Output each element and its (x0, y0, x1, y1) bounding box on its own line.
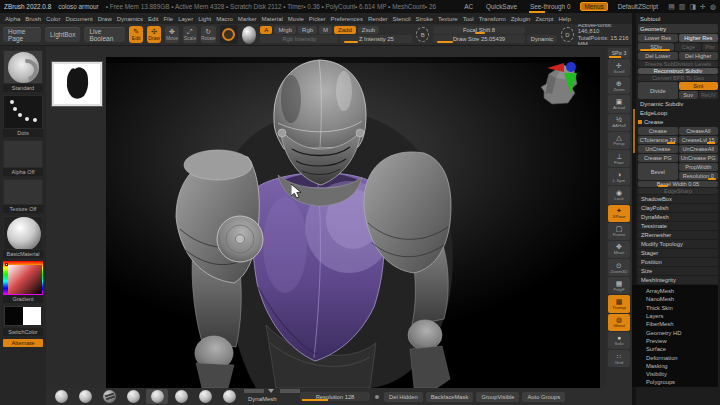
titlebar-icon[interactable]: ✛ (700, 3, 706, 11)
lower-res-button[interactable]: Lower Res (638, 34, 678, 42)
brush-thumb-slot[interactable] (122, 389, 144, 404)
right-shelf-button[interactable]: ⊥ Floor (608, 150, 630, 167)
crease-control-right[interactable]: CreaseAll (679, 127, 719, 135)
menu-item[interactable]: File (163, 16, 173, 22)
collapsed-palette-header[interactable]: Thick Skin (638, 304, 718, 312)
brush-b-icon[interactable]: B (416, 27, 429, 42)
texture-selector[interactable]: Texture Off (3, 179, 43, 213)
a-button[interactable]: A (260, 26, 272, 34)
titlebar-icon[interactable]: ◍ (710, 3, 716, 11)
divide-button[interactable]: Divide (638, 82, 678, 99)
menu-item[interactable]: Light (198, 16, 211, 22)
camview-widget[interactable] (534, 58, 592, 108)
menu-item[interactable]: Help (558, 16, 570, 22)
document-view[interactable] (106, 57, 600, 388)
brush-thumb-slot-selected[interactable] (146, 389, 168, 404)
dynamesh-label[interactable]: DynaMesh (248, 396, 298, 402)
menu-item[interactable]: Brush (25, 16, 41, 22)
brush-thumb-slot[interactable] (74, 389, 96, 404)
right-shelf-button[interactable]: ▢ Frame (608, 223, 630, 240)
collapsed-palette-header[interactable]: Masking (638, 362, 718, 370)
menu-item[interactable]: Transform (479, 16, 506, 22)
edit-mode-button[interactable]: ✎ Edit (129, 26, 143, 43)
rgb-intensity-slider[interactable]: Rgb Intensity (260, 35, 338, 43)
menu-item[interactable]: Tool (463, 16, 474, 22)
collapsed-palette-header[interactable]: Surface (638, 345, 718, 353)
color-picker[interactable]: Gradient (3, 261, 43, 303)
geometry-section-header[interactable]: ClayPolish (638, 204, 718, 212)
subtool-palette-header[interactable]: Subtool (638, 15, 718, 23)
geometry-section-header[interactable]: Size (638, 267, 718, 275)
geometry-section-header[interactable]: Modify Topology (638, 240, 718, 248)
brush-thumb-slot[interactable] (50, 389, 72, 404)
scale-mode-button[interactable]: ⤢ Scale (183, 26, 197, 43)
del-lower-button[interactable]: Del Lower (638, 52, 678, 60)
geometry-section-header[interactable]: Position (638, 258, 718, 266)
move-mode-button[interactable]: ✥ Move (165, 26, 179, 43)
m-button[interactable]: M (319, 26, 332, 34)
menu-item[interactable]: Preferences (331, 16, 363, 22)
titlebar-icon[interactable]: ◨ (689, 3, 696, 11)
menu-item[interactable]: Zplugin (511, 16, 531, 22)
right-shelf-button[interactable]: ● Solo (608, 332, 630, 349)
menu-item[interactable]: Render (368, 16, 388, 22)
reuv-button[interactable]: ReUV (699, 91, 718, 99)
propwidth-button[interactable]: PropWidth (679, 163, 719, 171)
alternate-button[interactable]: Alternate (3, 339, 43, 347)
menu-item[interactable]: Alpha (5, 16, 20, 22)
menu-item[interactable]: Macro (216, 16, 233, 22)
menu-item[interactable]: Zscript (535, 16, 553, 22)
menu-item[interactable]: Movie (288, 16, 304, 22)
crease-header[interactable]: Crease (638, 118, 718, 126)
geometry-section-header[interactable]: ZRemesher (638, 231, 718, 239)
menu-item[interactable]: Document (65, 16, 92, 22)
z-intensity-slider[interactable]: Z Intensity 25 (340, 35, 412, 43)
menu-item[interactable]: Marker (238, 16, 257, 22)
crease-control-right[interactable]: UnCrease PG (679, 154, 719, 162)
del-higher-button[interactable]: Del Higher (679, 52, 719, 60)
brush-d-icon[interactable]: D (561, 27, 574, 42)
zsub-button[interactable]: Zsub (358, 26, 379, 34)
rotate-mode-button[interactable]: ↻ Rotate (201, 26, 216, 43)
crease-control-right[interactable]: UnCreaseAll (679, 145, 719, 153)
draw-size-slider[interactable]: Draw Size 25.05439 (433, 35, 525, 43)
collapsed-palette-header[interactable]: Layers (638, 312, 718, 320)
right-shelf-button[interactable]: △ Persp (608, 132, 630, 149)
menu-item[interactable]: Draw (98, 16, 112, 22)
bevel-width-slider[interactable]: Bevel Width 0.05 (638, 181, 718, 187)
active-tool-thumbnail[interactable] (52, 62, 102, 106)
collapsed-palette-header[interactable]: Preview (638, 337, 718, 345)
menu-item[interactable]: Material (262, 16, 283, 22)
right-shelf-button[interactable]: ✛ Scroll (608, 59, 630, 76)
right-shelf-button[interactable]: ◍ Ghost (608, 314, 630, 331)
menu-item[interactable]: Edit (148, 16, 158, 22)
live-boolean-button[interactable]: Live Boolean (84, 27, 125, 42)
right-shelf-button[interactable]: ✦ XPose (608, 205, 630, 222)
menus-button[interactable]: Menus (580, 2, 607, 11)
suv-toggle[interactable]: Suv (679, 91, 698, 99)
dynamic-toggle[interactable]: Dynamic (527, 35, 557, 43)
bevel-button[interactable]: Bevel (638, 163, 678, 180)
right-shelf-button[interactable]: ∷ Grid (608, 350, 630, 367)
menu-item[interactable]: Picker (309, 16, 326, 22)
home-page-button[interactable]: Home Page (3, 27, 41, 42)
current-brush-button[interactable] (220, 25, 238, 44)
collapsed-palette-header[interactable]: FiberMesh (638, 320, 718, 328)
right-shelf-button[interactable]: ⊕ Zoom (608, 77, 630, 94)
menu-item[interactable]: Layer (178, 16, 193, 22)
edgesharp-slider[interactable]: EdgeSharp (638, 188, 718, 194)
see-through-slider[interactable]: See-through 0 (527, 2, 574, 11)
default-zscript-button[interactable]: DefaultZScript (615, 2, 662, 11)
stroke-selector[interactable]: Dots (3, 95, 43, 137)
right-shelf-button[interactable]: ◉ Lock (608, 186, 630, 203)
right-shelf-button[interactable]: ▩ Transp (608, 295, 630, 312)
sdiv-slider[interactable]: SDiv (638, 43, 674, 51)
right-shelf-button[interactable]: ½ AAHalf (608, 114, 630, 131)
draw-mode-button[interactable]: ✣ Draw (147, 26, 161, 43)
menu-item[interactable]: Color (46, 16, 60, 22)
collapsed-palette-header[interactable]: ArrayMesh (638, 287, 718, 295)
geometry-section-header[interactable]: DynaMesh (638, 213, 718, 221)
crease-control-left[interactable]: CTolerance 33 (638, 136, 678, 144)
switch-color[interactable]: SwitchColor (3, 306, 43, 336)
geometry-section-header[interactable]: Stager (638, 249, 718, 257)
